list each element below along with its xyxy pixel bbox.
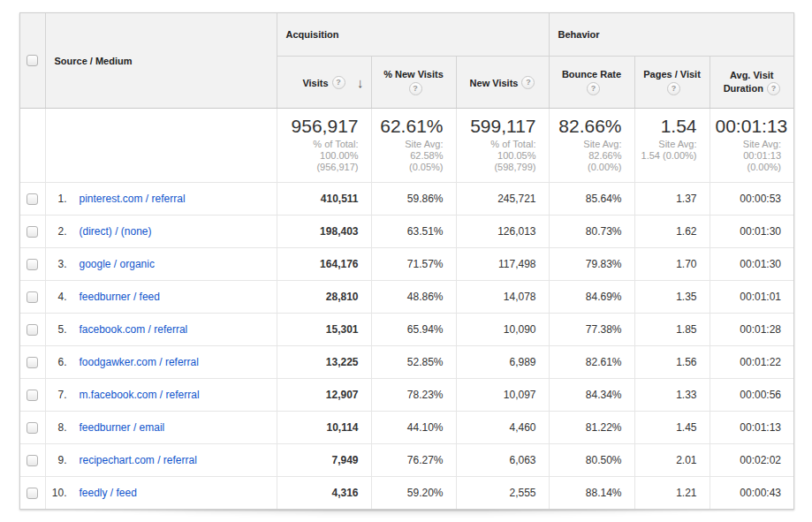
pages-visit-cell: 1.62 bbox=[634, 216, 710, 248]
table-row: 5.facebook.com / referral 15,301 65.94% … bbox=[20, 314, 793, 346]
pct-new-visits-cell: 59.86% bbox=[371, 183, 456, 216]
pages-visit-cell: 1.35 bbox=[634, 281, 710, 314]
pages-visit-cell: 2.01 bbox=[634, 444, 710, 477]
visits-cell: 198,403 bbox=[277, 216, 371, 248]
source-medium-link[interactable]: pinterest.com / referral bbox=[80, 193, 186, 205]
bounce-rate-cell: 81.22% bbox=[549, 412, 634, 444]
source-medium-link[interactable]: foodgawker.com / referral bbox=[80, 356, 199, 368]
pages-visit-cell: 1.33 bbox=[634, 379, 710, 412]
row-checkbox[interactable] bbox=[27, 488, 38, 499]
source-medium-link[interactable]: feedburner / feed bbox=[80, 291, 160, 303]
source-medium-cell: 9.recipechart.com / referral bbox=[45, 444, 277, 477]
column-header-pages-visit[interactable]: Pages / Visit ? bbox=[634, 57, 710, 109]
bounce-rate-cell: 77.38% bbox=[549, 314, 634, 346]
bounce-rate-cell: 85.64% bbox=[549, 183, 634, 216]
row-checkbox[interactable] bbox=[27, 455, 38, 466]
row-checkbox[interactable] bbox=[27, 193, 38, 205]
bounce-rate-cell: 82.61% bbox=[549, 346, 634, 379]
row-checkbox[interactable] bbox=[27, 226, 38, 238]
avg-visit-duration-cell: 00:02:02 bbox=[710, 444, 793, 477]
row-rank: 6. bbox=[48, 356, 67, 368]
visits-cell: 12,907 bbox=[277, 379, 371, 412]
visits-cell: 13,225 bbox=[277, 346, 371, 379]
bounce-rate-cell: 79.83% bbox=[549, 248, 634, 281]
row-rank: 7. bbox=[48, 389, 67, 401]
column-header-source-medium[interactable]: Source / Medium bbox=[45, 13, 277, 109]
row-checkbox[interactable] bbox=[27, 357, 38, 368]
pct-new-visits-cell: 52.85% bbox=[371, 346, 456, 379]
pct-new-visits-cell: 78.23% bbox=[371, 379, 456, 412]
source-medium-link[interactable]: (direct) / (none) bbox=[80, 225, 152, 238]
row-rank: 5. bbox=[48, 323, 67, 336]
column-header-pct-new-visits[interactable]: % New Visits ? bbox=[371, 57, 456, 109]
table-row: 9.recipechart.com / referral 7,949 76.27… bbox=[20, 444, 793, 477]
bounce-rate-cell: 84.69% bbox=[549, 281, 634, 314]
source-medium-cell: 10.feedly / feed bbox=[45, 477, 277, 510]
summary-pages-visit: 1.54 Site Avg: 1.54 (0.00%) bbox=[634, 109, 710, 183]
source-medium-link[interactable]: feedburner / email bbox=[80, 421, 165, 434]
help-icon[interactable]: ? bbox=[521, 76, 535, 89]
new-visits-cell: 10,090 bbox=[456, 314, 549, 346]
help-icon[interactable]: ? bbox=[409, 82, 422, 95]
source-medium-cell: 5.facebook.com / referral bbox=[45, 314, 277, 346]
row-checkbox[interactable] bbox=[27, 291, 38, 303]
help-icon[interactable]: ? bbox=[587, 82, 600, 95]
row-checkbox-cell bbox=[20, 216, 45, 248]
column-header-avg-visit-duration[interactable]: Avg. Visit Duration? bbox=[710, 57, 793, 109]
pct-new-visits-cell: 63.51% bbox=[371, 216, 456, 248]
visits-cell: 15,301 bbox=[277, 314, 371, 346]
new-visits-cell: 6,989 bbox=[456, 346, 549, 379]
row-checkbox-cell bbox=[20, 183, 45, 216]
avg-visit-duration-cell: 00:01:13 bbox=[710, 412, 793, 444]
visits-cell: 28,810 bbox=[277, 281, 371, 314]
visits-cell: 4,316 bbox=[277, 477, 371, 510]
row-checkbox[interactable] bbox=[27, 422, 38, 434]
row-checkbox[interactable] bbox=[27, 259, 38, 270]
summary-new-visits: 599,117 % of Total: 100.05% (598,799) bbox=[456, 109, 549, 183]
row-rank: 10. bbox=[48, 487, 67, 499]
row-rank: 4. bbox=[48, 291, 67, 303]
row-checkbox-cell bbox=[20, 314, 45, 346]
bounce-rate-cell: 80.50% bbox=[549, 444, 634, 477]
pages-visit-cell: 1.85 bbox=[634, 314, 710, 346]
source-medium-link[interactable]: google / organic bbox=[80, 258, 155, 270]
avg-visit-duration-cell: 00:01:30 bbox=[710, 216, 793, 248]
summary-row: 956,917 % of Total: 100.00% (956,917) 62… bbox=[20, 109, 793, 183]
source-medium-link[interactable]: facebook.com / referral bbox=[80, 323, 188, 336]
row-rank: 9. bbox=[48, 454, 67, 466]
summary-avg-visit-duration: 00:01:13 Site Avg: 00:01:13 (0.00%) bbox=[710, 109, 793, 183]
avg-visit-duration-cell: 00:00:43 bbox=[710, 477, 793, 510]
column-header-visits[interactable]: Visits? ↓ bbox=[277, 57, 371, 109]
help-icon[interactable]: ? bbox=[667, 82, 680, 95]
summary-bounce-rate: 82.66% Site Avg: 82.66% (0.00%) bbox=[549, 109, 634, 183]
row-checkbox-cell bbox=[20, 412, 45, 444]
source-medium-link[interactable]: feedly / feed bbox=[80, 487, 137, 499]
row-checkbox-cell bbox=[20, 379, 45, 412]
sort-descending-icon[interactable]: ↓ bbox=[357, 75, 364, 90]
source-medium-cell: 4.feedburner / feed bbox=[45, 281, 277, 314]
column-header-bounce-rate[interactable]: Bounce Rate ? bbox=[549, 57, 634, 109]
help-icon[interactable]: ? bbox=[332, 76, 345, 89]
new-visits-cell: 6,063 bbox=[456, 444, 549, 477]
row-checkbox[interactable] bbox=[27, 390, 38, 401]
source-medium-label: Source / Medium bbox=[55, 56, 133, 66]
pct-new-visits-cell: 65.94% bbox=[371, 314, 456, 346]
table-row: 7.m.facebook.com / referral 12,907 78.23… bbox=[20, 379, 793, 412]
column-header-new-visits[interactable]: New Visits? bbox=[456, 57, 549, 109]
pages-visit-cell: 1.37 bbox=[634, 183, 710, 216]
row-checkbox-cell bbox=[20, 281, 45, 314]
summary-pct-new-visits: 62.61% Site Avg: 62.58% (0.05%) bbox=[371, 109, 456, 183]
new-visits-cell: 4,460 bbox=[456, 412, 549, 444]
row-checkbox-cell bbox=[20, 346, 45, 379]
new-visits-cell: 10,097 bbox=[456, 379, 549, 412]
summary-visits: 956,917 % of Total: 100.00% (956,917) bbox=[277, 109, 371, 183]
avg-visit-duration-cell: 00:01:01 bbox=[710, 281, 793, 314]
group-header-acquisition: Acquisition bbox=[277, 13, 549, 57]
pct-new-visits-cell: 71.57% bbox=[371, 248, 456, 281]
help-icon[interactable]: ? bbox=[767, 82, 780, 95]
row-checkbox[interactable] bbox=[27, 324, 38, 336]
source-medium-link[interactable]: m.facebook.com / referral bbox=[80, 389, 200, 401]
select-all-checkbox[interactable] bbox=[27, 55, 38, 66]
row-rank: 8. bbox=[48, 421, 67, 434]
source-medium-link[interactable]: recipechart.com / referral bbox=[80, 454, 197, 466]
